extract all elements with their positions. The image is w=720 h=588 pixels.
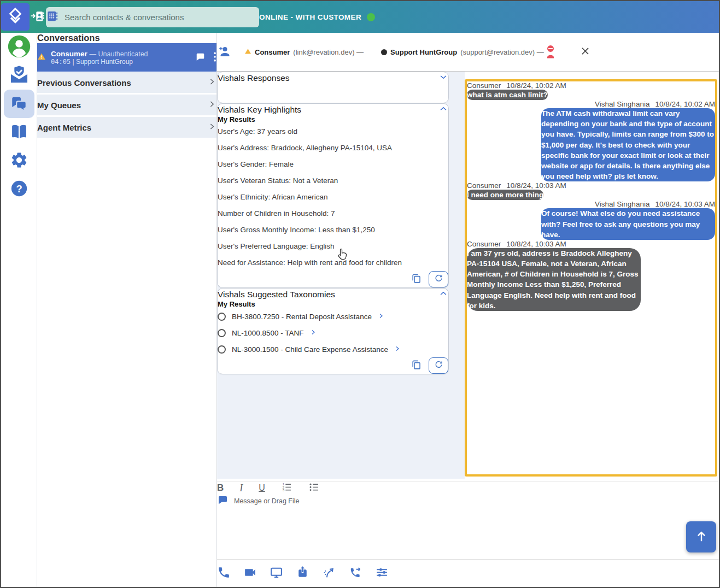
chat-message: Consumer 10/8/24, 10:02 AM what is atm c… xyxy=(467,81,715,100)
taxonomy-option: BH-3800.7250 - Rental Deposit Assistance xyxy=(218,308,448,325)
profile-avatar-icon xyxy=(7,34,31,60)
assist-column: Vishals Responses Vishals Key Highlights… xyxy=(217,72,465,479)
chevron-down-icon xyxy=(438,75,448,84)
conversation-separator: | xyxy=(72,58,74,66)
warning-icon xyxy=(37,52,46,63)
add-participant-button[interactable] xyxy=(217,45,231,60)
phone-icon xyxy=(217,573,231,581)
refresh-highlights-button[interactable] xyxy=(429,271,448,287)
message-composer[interactable]: B I U 123 Message or Drag File xyxy=(217,481,719,559)
refresh-icon xyxy=(434,360,443,371)
collapse-highlights-button[interactable] xyxy=(438,104,448,115)
key-highlights-title: Vishals Key Highlights xyxy=(218,105,301,115)
section-my-queues[interactable]: My Queues xyxy=(37,94,216,116)
conversation-header: Consumer (link@revation.dev) — Support H… xyxy=(217,33,719,72)
help-icon: ? xyxy=(10,179,28,199)
rail-item-knowledge[interactable] xyxy=(4,118,34,146)
highlight-item: User's Gross Monthly Income: Less than $… xyxy=(218,222,448,238)
collapse-taxonomies-button[interactable] xyxy=(438,289,448,300)
send-message-button[interactable] xyxy=(686,521,716,552)
navigation-rail: ? xyxy=(1,33,37,587)
chevron-up-icon xyxy=(438,107,448,115)
ai-escalate-button[interactable] xyxy=(322,566,336,581)
responses-card-title: Vishals Responses xyxy=(218,73,290,83)
message-bubble: Of course! What else do you need assista… xyxy=(541,208,715,239)
ordered-list-icon: 123 xyxy=(281,486,292,495)
conversation-more-button[interactable] xyxy=(213,51,216,64)
participant-name: Consumer xyxy=(255,48,290,56)
contact-directory-button[interactable] xyxy=(30,9,46,25)
rail-item-conversations[interactable] xyxy=(4,90,34,118)
ai-escalate-icon xyxy=(322,573,336,581)
conversations-icon xyxy=(9,93,29,115)
call-controls-bar xyxy=(217,559,719,587)
chevron-up-icon xyxy=(438,292,448,300)
conversations-panel: Conversations Consumer — Unauthenticated… xyxy=(37,33,217,587)
search-input[interactable] xyxy=(65,13,259,22)
settings-sliders-button[interactable] xyxy=(374,566,389,581)
presence-status[interactable]: ONLINE - WITH CUSTOMER xyxy=(259,13,375,21)
call-transfer-button[interactable] xyxy=(348,566,362,581)
settings-gear-icon xyxy=(10,151,28,171)
copy-highlights-button[interactable] xyxy=(411,273,422,286)
refresh-taxonomies-button[interactable] xyxy=(429,357,448,374)
open-taxonomy-chevron-icon[interactable] xyxy=(378,311,384,321)
message-bubble-icon xyxy=(217,495,229,507)
section-agent-metrics[interactable]: Agent Metrics xyxy=(37,116,216,139)
settings-sliders-icon xyxy=(374,573,389,581)
message-bubble: what is atm cash limit? xyxy=(467,90,548,100)
video-call-button[interactable] xyxy=(243,566,257,581)
close-conversation-button[interactable] xyxy=(580,46,590,58)
video-call-icon xyxy=(243,573,257,581)
highlight-item: User's Veteran Status: Not a Veteran xyxy=(218,173,448,189)
expand-responses-button[interactable] xyxy=(438,72,448,84)
highlight-item: Number of Children in Household: 7 xyxy=(218,205,448,222)
warning-icon xyxy=(244,48,251,56)
chat-message: Vishal Singhania 10/8/24, 10:03 AM Of co… xyxy=(467,200,715,239)
block-user-button[interactable] xyxy=(544,44,557,60)
taxonomies-list: BH-3800.7250 - Rental Deposit Assistance… xyxy=(218,308,448,357)
radio-icon[interactable] xyxy=(218,329,226,337)
contact-search-icon xyxy=(46,10,58,25)
italic-button[interactable]: I xyxy=(239,483,243,494)
svg-text:3: 3 xyxy=(282,489,284,492)
taxonomy-option: NL-3000.1500 - Child Care Expense Assist… xyxy=(218,341,448,357)
chevron-right-icon xyxy=(207,99,216,111)
bold-button[interactable]: B xyxy=(217,483,224,493)
message-bubble: I need one more thing xyxy=(467,190,543,200)
taxonomy-option: NL-1000.8500 - TANF xyxy=(218,325,448,341)
radio-icon[interactable] xyxy=(218,345,226,354)
section-previous-conversations[interactable]: Previous Conversations xyxy=(37,72,216,94)
underline-button[interactable]: U xyxy=(259,483,265,493)
message-timestamp: 10/8/24, 10:02 AM xyxy=(655,100,715,108)
screen-share-button[interactable] xyxy=(270,566,283,581)
copy-taxonomies-button[interactable] xyxy=(411,359,422,372)
open-taxonomy-chevron-icon[interactable] xyxy=(394,344,401,354)
copy-icon xyxy=(411,278,422,286)
message-input[interactable]: Message or Drag File xyxy=(217,495,719,507)
voice-call-button[interactable] xyxy=(217,566,231,581)
conversations-panel-title: Conversations xyxy=(37,33,216,43)
diamond-logo-icon xyxy=(6,6,25,28)
bullet-list-button[interactable] xyxy=(308,481,320,495)
conversation-chat-button[interactable] xyxy=(195,52,206,63)
highlights-list: User's Age: 37 years old User's Address:… xyxy=(218,124,448,271)
rail-item-help[interactable]: ? xyxy=(4,175,34,203)
conversation-item-consumer[interactable]: Consumer — Unauthenticated 04:05 | Suppo… xyxy=(37,43,216,72)
copy-icon xyxy=(411,364,422,372)
presence-dot xyxy=(367,13,375,21)
chat-transcript-highlighted[interactable]: Consumer 10/8/24, 10:02 AM what is atm c… xyxy=(465,79,717,477)
ordered-list-button[interactable]: 123 xyxy=(281,481,292,495)
message-bubble: I am 37 yrs old, address is Braddock All… xyxy=(467,248,641,311)
rail-item-profile[interactable] xyxy=(4,33,34,61)
file-upload-button[interactable] xyxy=(296,566,309,581)
message-sender: Consumer xyxy=(467,81,501,90)
rail-item-settings[interactable] xyxy=(4,146,34,175)
conversation-auth-status: — Unauthenticated xyxy=(90,50,148,58)
rail-item-inbox[interactable] xyxy=(4,61,34,90)
presence-status-text: ONLINE - WITH CUSTOMER xyxy=(259,13,361,21)
participant-address: (support@revation.dev) — xyxy=(460,48,544,56)
highlight-item: User's Gender: Female xyxy=(218,156,448,173)
open-taxonomy-chevron-icon[interactable] xyxy=(310,328,317,338)
radio-icon[interactable] xyxy=(218,313,226,321)
